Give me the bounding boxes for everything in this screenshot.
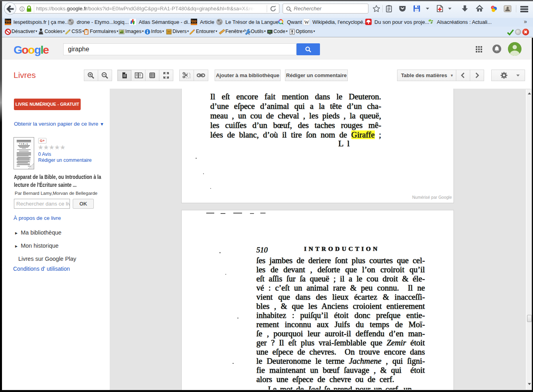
svg-text:TABLE: TABLE (19, 143, 29, 145)
